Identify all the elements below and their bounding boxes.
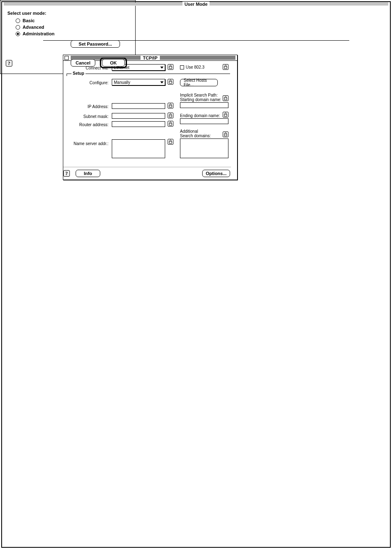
- radio-administration-label: Administration: [23, 31, 55, 36]
- user-mode-dialog: User Mode Select user mode: Basic Advanc…: [0, 0, 136, 74]
- help-icon[interactable]: ?: [6, 60, 12, 67]
- radio-icon: [16, 25, 20, 30]
- radio-advanced[interactable]: Advanced: [16, 25, 389, 30]
- ok-button[interactable]: OK: [102, 59, 125, 67]
- cancel-button[interactable]: Cancel: [71, 59, 95, 67]
- user-mode-title: User Mode: [182, 2, 210, 7]
- radio-basic[interactable]: Basic: [16, 18, 389, 23]
- radio-administration[interactable]: Administration: [16, 31, 389, 36]
- radio-icon: [16, 32, 20, 36]
- radio-icon: [16, 18, 20, 23]
- radio-basic-label: Basic: [23, 18, 35, 23]
- user-mode-titlebar: User Mode: [1, 1, 391, 7]
- radio-advanced-label: Advanced: [23, 25, 44, 30]
- set-password-button[interactable]: Set Password...: [71, 40, 120, 48]
- select-user-mode-heading: Select user mode:: [7, 11, 389, 16]
